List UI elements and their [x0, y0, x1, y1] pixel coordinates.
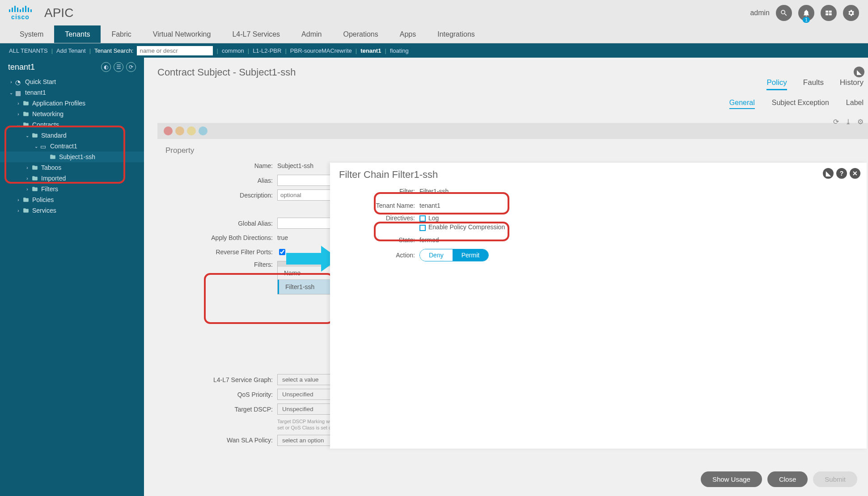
cisco-logo: cisco — [9, 6, 32, 20]
panel-title: Filter Chain Filter1-ssh — [339, 169, 858, 181]
panel-filter-label: Filter: — [339, 188, 419, 195]
folder-icon — [22, 197, 30, 203]
sidebar-icon-1[interactable]: ◐ — [101, 62, 111, 72]
sidebar-icon-2[interactable]: ☰ — [114, 62, 123, 72]
tenant-subbar: ALL TENANTS | Add Tenant | Tenant Search… — [0, 43, 868, 58]
user-label[interactable]: admin — [750, 9, 770, 17]
global-alias-label: Global Alias: — [165, 220, 277, 227]
panel-tenant-label: Tenant Name: — [339, 202, 419, 209]
folder-icon — [31, 132, 38, 139]
service-graph-label: L4-L7 Service Graph: — [165, 376, 277, 383]
tree-standard[interactable]: ⌄Standard — [0, 130, 144, 141]
alias-label: Alias: — [165, 177, 277, 184]
tenant-link-pbrsrcmac[interactable]: PBR-sourceMACrewrite — [290, 47, 352, 54]
log-checkbox[interactable] — [419, 215, 426, 222]
nav-tab-fabric[interactable]: Fabric — [101, 25, 142, 43]
log-label: Log — [428, 214, 439, 222]
download-icon[interactable]: ⤓ — [845, 118, 851, 126]
tenant-icon: ▦ — [15, 89, 22, 96]
sidebar: tenant1 ◐ ☰ ⟳ ›◔Quick Start ⌄▦tenant1 ›A… — [0, 58, 144, 496]
tree-tenant1[interactable]: ⌄▦tenant1 — [0, 87, 144, 98]
tenant-link-common[interactable]: common — [222, 47, 244, 54]
add-tenant-link[interactable]: Add Tenant — [56, 47, 86, 54]
show-usage-button[interactable]: Show Usage — [701, 471, 762, 487]
nav-tree: ›◔Quick Start ⌄▦tenant1 ›Application Pro… — [0, 75, 144, 218]
subtab-general[interactable]: General — [729, 99, 755, 109]
all-tenants-link[interactable]: ALL TENANTS — [9, 47, 48, 54]
tenant-link-l1l2pbr[interactable]: L1-L2-PBR — [253, 47, 281, 54]
apply-both-value: true — [277, 234, 288, 241]
tab-faults[interactable]: Faults — [803, 78, 824, 90]
property-heading: Property — [165, 146, 868, 155]
submit-button: Submit — [813, 471, 857, 487]
subtab-label[interactable]: Label — [846, 99, 864, 109]
tree-networking[interactable]: ›Networking — [0, 109, 144, 119]
tenant-link-tenant1[interactable]: tenant1 — [360, 47, 381, 54]
search-icon[interactable] — [776, 5, 792, 21]
action-permit[interactable]: Permit — [453, 249, 488, 261]
nav-tab-operations[interactable]: Operations — [332, 25, 389, 43]
bell-icon[interactable]: 1 — [798, 5, 814, 21]
close-button[interactable]: Close — [767, 471, 808, 487]
action-toggle: Deny Permit — [419, 249, 489, 261]
tree-policies[interactable]: ›Policies — [0, 194, 144, 205]
tree-taboos[interactable]: ›Taboos — [0, 162, 144, 173]
subtab-subject-exception[interactable]: Subject Exception — [772, 99, 829, 109]
panel-filter-value: Filter1-ssh — [419, 188, 449, 195]
quickstart-icon: ◔ — [15, 79, 22, 85]
app-title: APIC — [44, 6, 73, 20]
tree-services[interactable]: ›Services — [0, 205, 144, 216]
tree-filters[interactable]: ›Filters — [0, 184, 144, 194]
tree-application-profiles[interactable]: ›Application Profiles — [0, 98, 144, 109]
fault-major-icon[interactable] — [175, 126, 184, 135]
nav-tab-l4l7[interactable]: L4-L7 Services — [221, 25, 291, 43]
panel-tenant-value: tenant1 — [419, 202, 440, 209]
tenant-link-floating[interactable]: floating — [390, 47, 409, 54]
nav-tab-virtual-networking[interactable]: Virtual Networking — [142, 25, 222, 43]
tree-subject1-ssh[interactable]: Subject1-ssh — [0, 151, 144, 162]
folder-icon — [22, 122, 30, 128]
fault-critical-icon[interactable] — [164, 126, 173, 135]
contract-icon: ▭ — [40, 143, 47, 149]
sidebar-icon-3[interactable]: ⟳ — [126, 62, 136, 72]
compress-checkbox[interactable] — [419, 225, 426, 231]
action-deny[interactable]: Deny — [420, 249, 453, 261]
fault-info-icon[interactable] — [199, 126, 207, 135]
apps-icon[interactable] — [821, 5, 837, 21]
nav-tab-admin[interactable]: Admin — [291, 25, 332, 43]
folder-icon — [31, 186, 38, 192]
refresh-icon[interactable]: ⟳ — [833, 118, 839, 126]
tree-contract1[interactable]: ⌄▭Contract1 — [0, 141, 144, 151]
folder-icon — [31, 164, 38, 171]
gear-icon[interactable] — [843, 5, 859, 21]
alert-badge: 1 — [803, 17, 810, 23]
folder-icon — [31, 175, 38, 181]
tab-policy[interactable]: Policy — [766, 78, 787, 90]
nav-tab-system[interactable]: System — [9, 25, 54, 43]
nav-tab-tenants[interactable]: Tenants — [54, 25, 101, 43]
nav-tab-integrations[interactable]: Integrations — [427, 25, 486, 43]
folder-icon — [22, 111, 30, 117]
panel-close-icon[interactable]: ✕ — [850, 168, 860, 179]
page-title: Contract Subject - Subject1-ssh — [157, 67, 868, 78]
name-value: Subject1-ssh — [277, 162, 313, 169]
panel-state-value: formed — [419, 236, 439, 244]
tenant-search-input[interactable] — [137, 46, 213, 55]
sidebar-title: tenant1 — [8, 63, 35, 72]
tab-history[interactable]: History — [840, 78, 864, 90]
nav-tab-apps[interactable]: Apps — [389, 25, 427, 43]
reverse-label: Reverse Filter Ports: — [165, 248, 277, 256]
more-icon[interactable]: ⚙ — [857, 118, 864, 126]
bookmark-icon[interactable]: ◣ — [854, 67, 864, 77]
qos-label: QoS Priority: — [165, 391, 277, 398]
fault-minor-icon[interactable] — [187, 126, 196, 135]
reverse-checkbox[interactable] — [279, 249, 285, 255]
content-toolbar: ⟳ ⤓ ⚙ — [833, 118, 864, 126]
tree-imported[interactable]: ›Imported — [0, 173, 144, 184]
folder-icon — [22, 207, 30, 214]
panel-help-icon[interactable]: ? — [836, 168, 847, 179]
panel-bookmark-icon[interactable]: ◣ — [823, 168, 834, 179]
tree-quick-start[interactable]: ›◔Quick Start — [0, 76, 144, 87]
tree-contracts[interactable]: ⌄Contracts — [0, 119, 144, 130]
compress-label: Enable Policy Compression — [428, 223, 505, 231]
